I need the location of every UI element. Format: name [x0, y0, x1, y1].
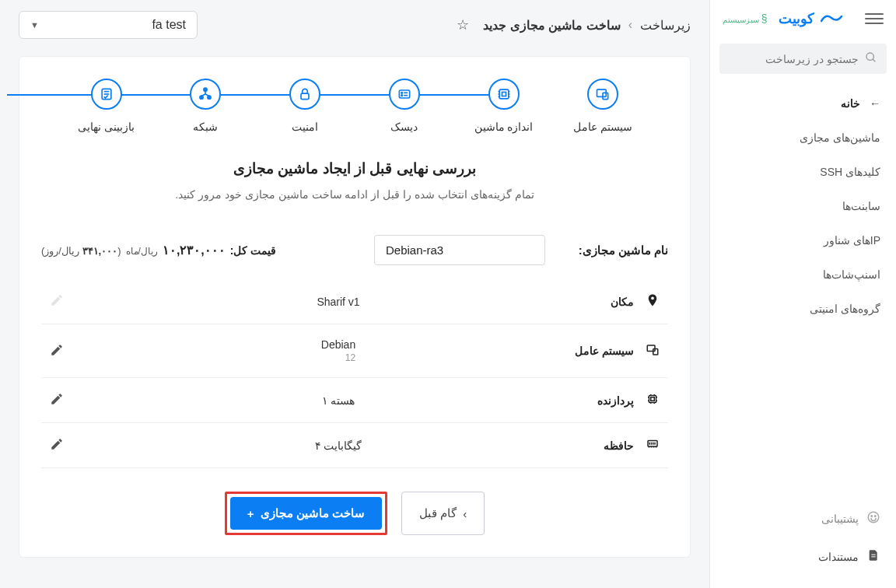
svg-point-18 [401, 93, 403, 94]
review-heading: بررسی نهایی قبل از ایجاد ماشین مجازی [41, 159, 668, 177]
step-label: دیسک [390, 121, 418, 133]
nav-label: خانه [841, 97, 860, 110]
vm-name-input[interactable] [374, 235, 545, 265]
summary-label: سیستم عامل [517, 345, 634, 357]
edit-cpu-button[interactable] [47, 392, 66, 408]
topbar: زیرساخت › ساخت ماشین مجازی جدید ☆ fa tes… [0, 0, 709, 50]
edit-location-button [47, 293, 66, 310]
step-review[interactable]: بازبینی نهایی [57, 79, 156, 133]
summary-label: مکان [517, 296, 634, 308]
button-label: ساخت ماشین مجازی [261, 506, 365, 520]
summary-row-os: سیستم عامل Debian 12 [41, 324, 668, 378]
size-step-icon [488, 79, 520, 110]
step-label: اندازه ماشین [474, 121, 534, 133]
step-network[interactable]: شبکه [156, 79, 256, 133]
disk-step-icon [389, 79, 420, 110]
nav-label: کلیدهای SSH [820, 166, 880, 178]
svg-point-25 [208, 96, 211, 99]
create-vm-button[interactable]: ساخت ماشین مجازی + [230, 497, 382, 530]
review-card: سیستم عامل اندازه ماشین دیسک [19, 56, 691, 558]
price-daily: (۳۴۱,۰۰۰ ریال/روز) [41, 245, 121, 257]
step-label: سیستم عامل [573, 121, 632, 133]
nav-docs[interactable]: مستندات [710, 537, 896, 576]
breadcrumb-root[interactable]: زیرساخت [640, 18, 691, 33]
svg-rect-22 [301, 93, 309, 100]
svg-point-23 [204, 88, 207, 91]
project-selector[interactable]: fa test ▼ [19, 11, 198, 39]
summary-row-memory: حافظه ۴ گیگابایت [41, 423, 668, 468]
price-display: قیمت کل: ۱۰,۲۳۰,۰۰۰ ریال/ماه (۳۴۱,۰۰۰ ری… [41, 243, 276, 257]
nav-floating-ips[interactable]: IPهای شناور [710, 223, 896, 257]
search-icon [865, 51, 877, 66]
nav-label: ماشین‌های مجازی [800, 131, 880, 144]
nav-label: IPهای شناور [824, 234, 880, 247]
svg-rect-35 [651, 397, 655, 401]
price-label: قیمت کل: [230, 244, 277, 257]
nav-subnets[interactable]: سابنت‌ها [710, 189, 896, 223]
os-icon [643, 343, 662, 359]
arrow-icon: ← [868, 97, 880, 110]
svg-point-19 [401, 95, 403, 96]
summary-label: حافظه [517, 439, 634, 452]
review-step-icon [91, 79, 122, 110]
network-step-icon [190, 79, 221, 110]
support-icon [866, 510, 880, 527]
button-label: گام قبل [419, 506, 457, 520]
logo[interactable]: کوبیت § سبزسیستم [723, 10, 842, 28]
svg-point-24 [200, 96, 203, 99]
main-content: زیرساخت › ساخت ماشین مجازی جدید ☆ fa tes… [0, 0, 709, 588]
menu-toggle[interactable] [865, 9, 884, 28]
step-security[interactable]: امنیت [255, 79, 355, 133]
cpu-icon [643, 392, 662, 408]
step-os[interactable]: سیستم عامل [553, 79, 653, 133]
nav-label: پشتیبانی [821, 513, 859, 525]
vm-name-label: نام ماشین مجازی: [559, 243, 668, 257]
summary-label: پردازنده [517, 394, 634, 407]
logo-icon [821, 10, 842, 28]
review-subtitle: تمام گزینه‌های انتخاب شده را قبل از ادام… [41, 188, 668, 201]
nav-home[interactable]: ← خانه [710, 86, 896, 121]
step-size[interactable]: اندازه ماشین [454, 79, 554, 133]
search-input[interactable] [723, 53, 859, 65]
step-disk[interactable]: دیسک [355, 79, 454, 133]
sidebar-search[interactable] [719, 44, 887, 74]
svg-line-1 [873, 59, 875, 61]
nav-snapshots[interactable]: اسنپ‌شات‌ها [710, 257, 896, 292]
memory-icon [643, 437, 662, 453]
svg-rect-5 [871, 555, 875, 555]
action-buttons: › گام قبل ساخت ماشین مجازی + [41, 492, 668, 535]
step-label: بازبینی نهایی [78, 121, 135, 133]
svg-line-27 [201, 94, 205, 96]
logo-text: کوبیت [779, 10, 814, 27]
svg-line-28 [205, 94, 209, 96]
logo-subtext: § سبزسیستم [723, 12, 768, 25]
summary-value: ۱ هسته [322, 394, 355, 407]
price-monthly-value: ۱۰,۲۳۰,۰۰۰ [163, 243, 226, 257]
summary-value: ۴ گیگابایت [315, 439, 362, 452]
sidebar: کوبیت § سبزسیستم ← خانه ماشین‌های مجازی … [709, 0, 896, 588]
svg-point-4 [875, 516, 877, 517]
nav-label: سابنت‌ها [842, 200, 880, 212]
os-step-icon [587, 79, 618, 110]
project-selected: fa test [152, 18, 186, 32]
nav-vms[interactable]: ماشین‌های مجازی [710, 121, 896, 155]
summary-value: Debian [321, 338, 355, 351]
nav-list: ← خانه ماشین‌های مجازی کلیدهای SSH سابنت… [710, 86, 896, 326]
vm-name-row: نام ماشین مجازی: قیمت کل: ۱۰,۲۳۰,۰۰۰ ریا… [41, 235, 668, 265]
summary-value: Sharif v1 [317, 296, 359, 308]
plus-icon: + [247, 507, 254, 520]
chevron-down-icon: ▼ [30, 20, 39, 30]
favorite-icon[interactable]: ☆ [457, 16, 469, 33]
nav-ssh[interactable]: کلیدهای SSH [710, 155, 896, 189]
svg-rect-10 [502, 93, 506, 96]
nav-support[interactable]: پشتیبانی [710, 499, 896, 537]
svg-rect-9 [499, 89, 509, 99]
stepper: سیستم عامل اندازه ماشین دیسک [41, 75, 668, 133]
edit-os-button[interactable] [47, 343, 66, 359]
summary-list: مکان Sharif v1 سیستم عامل Debian [41, 279, 668, 468]
edit-memory-button[interactable] [47, 437, 66, 453]
chevron-right-icon: › [463, 507, 467, 520]
nav-security-groups[interactable]: گروه‌های امنیتی [710, 292, 896, 326]
nav-label: مستندات [818, 551, 859, 563]
prev-step-button[interactable]: › گام قبل [401, 492, 485, 535]
